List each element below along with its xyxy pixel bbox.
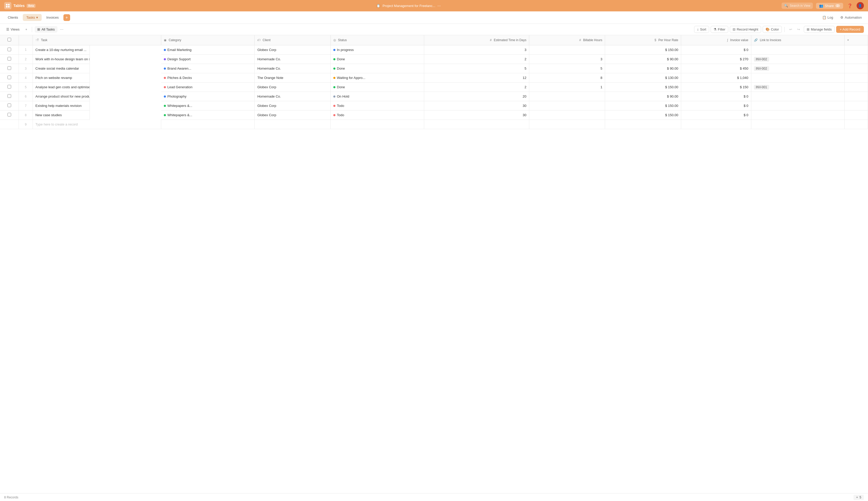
log-button[interactable]: 📋 Log: [820, 14, 835, 20]
row-client[interactable]: Globex Corp: [255, 45, 331, 55]
view-options-button[interactable]: ⋯: [59, 27, 64, 32]
table-row[interactable]: 6Arrange product shoot for new productsP…: [0, 92, 868, 101]
row-client[interactable]: The Orange Note: [255, 73, 331, 83]
row-task[interactable]: Existing help materials revision: [33, 101, 90, 110]
row-esttime[interactable]: 3: [424, 45, 529, 55]
row-checkbox[interactable]: [8, 47, 11, 51]
row-billable[interactable]: [529, 92, 605, 101]
table-row[interactable]: 7Existing help materials revisionWhitepa…: [0, 101, 868, 110]
row-status[interactable]: On Hold: [331, 92, 424, 101]
new-record-row[interactable]: 9 Type here to create a record: [0, 120, 868, 129]
header-billable[interactable]: # Billable Hours: [529, 35, 605, 45]
row-esttime[interactable]: 12: [424, 73, 529, 83]
row-invoice-value[interactable]: $ 0: [681, 110, 751, 120]
row-perhour[interactable]: $ 150.00: [605, 83, 681, 92]
row-perhour[interactable]: $ 150.00: [605, 101, 681, 110]
row-client[interactable]: Homemade Co.: [255, 92, 331, 101]
row-esttime[interactable]: 2: [424, 83, 529, 92]
row-status[interactable]: Done: [331, 55, 424, 64]
row-checkbox[interactable]: [8, 104, 11, 107]
row-link-invoices[interactable]: [751, 73, 845, 83]
row-invoice-value[interactable]: $ 270: [681, 55, 751, 64]
row-esttime[interactable]: 5: [424, 64, 529, 73]
row-perhour[interactable]: $ 90.00: [605, 55, 681, 64]
add-view-button[interactable]: +: [23, 26, 29, 33]
row-checkbox-cell[interactable]: [0, 64, 19, 73]
row-checkbox[interactable]: [8, 94, 11, 98]
row-esttime[interactable]: 30: [424, 110, 529, 120]
select-all-checkbox[interactable]: [8, 38, 11, 41]
row-checkbox-cell[interactable]: [0, 83, 19, 92]
row-link-invoices[interactable]: INV-002: [751, 64, 845, 73]
row-checkbox-cell[interactable]: [0, 73, 19, 83]
header-perhour[interactable]: $ Per Hour Rate: [605, 35, 681, 45]
tab-clients[interactable]: Clients: [4, 14, 22, 21]
row-billable[interactable]: [529, 45, 605, 55]
row-checkbox[interactable]: [8, 85, 11, 88]
row-checkbox-cell[interactable]: [0, 55, 19, 64]
row-category[interactable]: Pitches & Decks: [161, 73, 255, 83]
row-client[interactable]: Homemade Co.: [255, 55, 331, 64]
row-checkbox[interactable]: [8, 66, 11, 70]
row-checkbox[interactable]: [8, 76, 11, 79]
row-category[interactable]: Brand Awaren...: [161, 64, 255, 73]
all-tasks-view[interactable]: ⊞ All Tasks: [35, 26, 57, 33]
record-height-button[interactable]: ⊟ Record Height: [730, 26, 761, 33]
row-link-invoices[interactable]: [751, 45, 845, 55]
row-category[interactable]: Lead Generation: [161, 83, 255, 92]
row-link-invoices[interactable]: INV-001: [751, 83, 845, 92]
row-task[interactable]: Pitch on website revamp: [33, 73, 90, 83]
row-billable[interactable]: [529, 101, 605, 110]
help-icon[interactable]: ❓: [846, 2, 854, 9]
row-checkbox[interactable]: [8, 113, 11, 116]
header-category[interactable]: ◉ Category: [161, 35, 255, 45]
row-invoice-value[interactable]: $ 0: [681, 45, 751, 55]
row-checkbox-cell[interactable]: [0, 92, 19, 101]
row-invoice-value[interactable]: $ 0: [681, 101, 751, 110]
row-perhour[interactable]: $ 90.00: [605, 64, 681, 73]
row-billable[interactable]: 3: [529, 55, 605, 64]
row-perhour[interactable]: $ 150.00: [605, 110, 681, 120]
automation-button[interactable]: ⚙ Automation: [838, 14, 864, 20]
row-status[interactable]: In progress: [331, 45, 424, 55]
row-category[interactable]: Photography: [161, 92, 255, 101]
row-link-invoices[interactable]: [751, 92, 845, 101]
tab-invoices[interactable]: Invoices: [43, 14, 62, 21]
row-task[interactable]: Analyse lead gen costs and optimise ads: [33, 83, 90, 92]
row-checkbox[interactable]: [8, 57, 11, 61]
new-record-input[interactable]: Type here to create a record: [33, 120, 161, 129]
row-client[interactable]: Globex Corp: [255, 83, 331, 92]
row-checkbox-cell[interactable]: [0, 110, 19, 120]
invoice-badge[interactable]: INV-002: [754, 66, 769, 71]
row-category[interactable]: Whitepapers &...: [161, 101, 255, 110]
row-billable[interactable]: 5: [529, 64, 605, 73]
header-status[interactable]: ◎ Status: [331, 35, 424, 45]
row-billable[interactable]: 1: [529, 83, 605, 92]
tab-add-button[interactable]: +: [63, 14, 70, 21]
header-add-col[interactable]: +: [845, 35, 868, 45]
header-esttime[interactable]: # Estimated Time in Days: [424, 35, 529, 45]
row-perhour[interactable]: $ 90.00: [605, 92, 681, 101]
project-ellipsis[interactable]: ⋯: [437, 4, 441, 8]
redo-button[interactable]: ↪: [795, 26, 802, 33]
table-row[interactable]: 3Create social media calendarBrand Aware…: [0, 64, 868, 73]
row-task[interactable]: New case studies: [33, 110, 90, 120]
invoice-badge[interactable]: INV-001: [754, 85, 769, 89]
row-task[interactable]: Create a 10-day nurturing email ...: [33, 45, 90, 55]
row-invoice-value[interactable]: $ 450: [681, 64, 751, 73]
row-task[interactable]: Work with in-house design team on soci..…: [33, 55, 90, 64]
row-status[interactable]: Todo: [331, 101, 424, 110]
table-row[interactable]: 5Analyse lead gen costs and optimise ads…: [0, 83, 868, 92]
row-link-invoices[interactable]: [751, 101, 845, 110]
add-record-button[interactable]: + Add Record: [836, 26, 864, 33]
color-button[interactable]: 🎨 Color: [763, 26, 782, 33]
table-row[interactable]: 4Pitch on website revampPitches & DecksT…: [0, 73, 868, 83]
row-perhour[interactable]: $ 150.00: [605, 45, 681, 55]
row-client[interactable]: Globex Corp: [255, 101, 331, 110]
sort-button[interactable]: ↕ Sort: [694, 26, 709, 33]
row-category[interactable]: Whitepapers &...: [161, 110, 255, 120]
table-row[interactable]: 8New case studiesWhitepapers &...Globex …: [0, 110, 868, 120]
row-status[interactable]: Done: [331, 83, 424, 92]
row-status[interactable]: Done: [331, 64, 424, 73]
tab-tasks[interactable]: Tasks ▾: [23, 14, 42, 21]
